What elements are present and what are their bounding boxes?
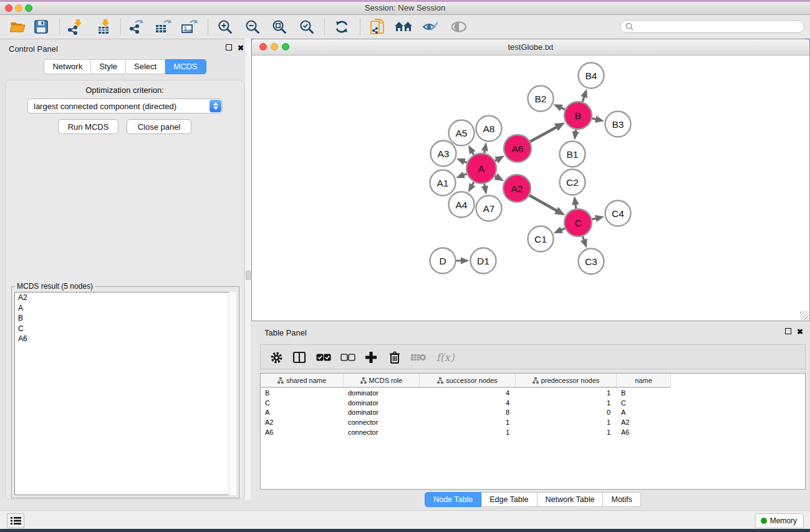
network-snapshot-button[interactable] — [367, 17, 387, 36]
edge-C-C2[interactable] — [572, 196, 579, 208]
close-panel-button[interactable]: Close panel — [127, 119, 191, 134]
edge-A-A7[interactable] — [481, 184, 488, 195]
tab-select[interactable]: Select — [126, 59, 165, 74]
result-item-a2[interactable]: A2 — [15, 293, 236, 303]
cell-predecessor-nodes[interactable]: 1 — [516, 389, 617, 397]
search-input[interactable] — [636, 22, 804, 32]
first-neighbors-button[interactable] — [393, 17, 413, 36]
export-network-button[interactable] — [126, 17, 146, 36]
export-image-button[interactable] — [179, 17, 199, 36]
zoom-selected-button[interactable] — [297, 17, 317, 36]
column-header-mcds-role[interactable]: MCDS role — [344, 374, 420, 387]
node-A[interactable]: A — [466, 153, 496, 183]
cell-successor-nodes[interactable]: 4 — [420, 399, 516, 407]
function-builder-button[interactable]: f(x) — [434, 348, 456, 367]
edge-A-A3[interactable] — [456, 158, 467, 165]
column-header-name[interactable]: name — [617, 374, 671, 387]
cell-mcds-role[interactable]: dominator — [344, 409, 420, 416]
result-item-a[interactable]: A — [15, 303, 236, 314]
network-window-titlebar[interactable]: testGlobe.txt — [252, 39, 809, 56]
cell-name[interactable]: A2 — [617, 418, 671, 426]
network-canvas[interactable]: B4B2BB3A8A5A6A3B1AC2A1A2A4A7C4CC1DD1C3 — [252, 56, 809, 321]
table-tab-node-table[interactable]: Node Table — [425, 492, 481, 507]
memory-button[interactable]: Memory — [755, 513, 804, 528]
table-tab-motifs[interactable]: Motifs — [603, 492, 640, 507]
float-table-panel-icon[interactable] — [785, 328, 791, 336]
cell-mcds-role[interactable]: dominator — [344, 389, 420, 397]
column-selector-button[interactable] — [290, 348, 309, 367]
import-table-button[interactable] — [94, 17, 114, 36]
node-C[interactable]: C — [564, 209, 592, 236]
node-A3[interactable]: A3 — [431, 141, 456, 167]
delete-table-button[interactable] — [409, 348, 428, 367]
edge-C-C3[interactable] — [581, 236, 587, 248]
hide-selected-button[interactable] — [420, 17, 440, 36]
show-all-button[interactable] — [449, 17, 469, 36]
task-history-button[interactable] — [7, 513, 24, 528]
node-A5[interactable]: A5 — [449, 120, 475, 146]
cell-predecessor-nodes[interactable]: 1 — [516, 399, 617, 407]
scrollbar-handle[interactable] — [246, 271, 251, 280]
search-field[interactable] — [620, 20, 804, 33]
cell-name[interactable]: C — [617, 399, 671, 407]
close-panel-icon[interactable]: ✖ — [238, 44, 244, 52]
cell-shared-name[interactable]: B — [261, 389, 344, 397]
node-A7[interactable]: A7 — [476, 196, 502, 221]
cell-name[interactable]: A6 — [617, 428, 671, 436]
node-C2[interactable]: C2 — [560, 170, 586, 195]
edge-A-A8[interactable] — [481, 142, 488, 153]
edge-A-A4[interactable] — [468, 182, 476, 192]
cell-shared-name[interactable]: A2 — [261, 418, 344, 426]
edge-B-B4[interactable] — [581, 89, 587, 102]
export-table-button[interactable] — [153, 17, 173, 36]
node-A6[interactable]: A6 — [504, 135, 531, 162]
node-B1[interactable]: B1 — [560, 142, 586, 167]
node-B3[interactable]: B3 — [605, 112, 631, 137]
refresh-layout-button[interactable] — [332, 17, 352, 36]
table-tab-edge-table[interactable]: Edge Table — [481, 492, 537, 507]
cell-predecessor-nodes[interactable]: 0 — [516, 409, 617, 416]
column-header-shared-name[interactable]: shared name — [261, 374, 344, 387]
zoom-out-button[interactable] — [243, 17, 263, 36]
unselect-all-columns-button[interactable] — [339, 348, 357, 367]
node-C4[interactable]: C4 — [605, 201, 631, 226]
table-row-b[interactable]: Bdominator41B — [261, 388, 805, 398]
cell-shared-name[interactable]: C — [261, 399, 344, 407]
cell-shared-name[interactable]: A — [261, 409, 344, 416]
node-D1[interactable]: D1 — [471, 248, 496, 274]
node-A4[interactable]: A4 — [449, 192, 475, 218]
cell-predecessor-nodes[interactable]: 1 — [516, 428, 617, 436]
float-panel-icon[interactable] — [226, 44, 232, 52]
node-A2[interactable]: A2 — [503, 175, 531, 202]
cell-successor-nodes[interactable]: 1 — [420, 418, 516, 426]
delete-columns-button[interactable] — [385, 348, 404, 367]
tab-network[interactable]: Network — [44, 59, 91, 74]
result-item-c[interactable]: C — [15, 324, 236, 334]
edge-B-B3[interactable] — [592, 116, 604, 123]
node-B[interactable]: B — [564, 102, 592, 129]
zoom-fit-button[interactable] — [269, 17, 289, 36]
table-row-a[interactable]: Adominator80A — [261, 407, 805, 417]
edge-A6-B[interactable] — [530, 123, 565, 142]
edge-C-C4[interactable] — [592, 215, 604, 222]
table-row-c[interactable]: Cdominator41C — [261, 398, 805, 408]
zoom-in-button[interactable] — [215, 17, 235, 36]
table-row-a2[interactable]: A2connector11A2 — [261, 417, 805, 427]
column-header-successor-nodes[interactable]: successor nodes — [420, 374, 516, 387]
table-tab-network-table[interactable]: Network Table — [538, 492, 604, 507]
cell-mcds-role[interactable]: dominator — [344, 399, 420, 407]
edge-A-A5[interactable] — [468, 145, 476, 155]
cell-predecessor-nodes[interactable]: 1 — [516, 418, 617, 426]
mcds-result-list[interactable]: A2ABCA6 — [14, 292, 236, 495]
cell-shared-name[interactable]: A6 — [261, 428, 344, 436]
select-all-columns-button[interactable] — [314, 348, 333, 367]
node-C3[interactable]: C3 — [579, 249, 604, 274]
network-graph[interactable]: B4B2BB3A8A5A6A3B1AC2A1A2A4A7C4CC1DD1C3 — [252, 56, 809, 321]
edge-C-C1[interactable] — [554, 226, 565, 233]
edge-B-B1[interactable] — [572, 130, 579, 140]
tab-mcds[interactable]: MCDS — [165, 59, 206, 74]
edge-B-B2[interactable] — [554, 104, 566, 111]
save-session-button[interactable] — [31, 17, 51, 36]
tab-style[interactable]: Style — [91, 59, 126, 74]
table-row-a6[interactable]: A6connector11A6 — [261, 427, 805, 437]
